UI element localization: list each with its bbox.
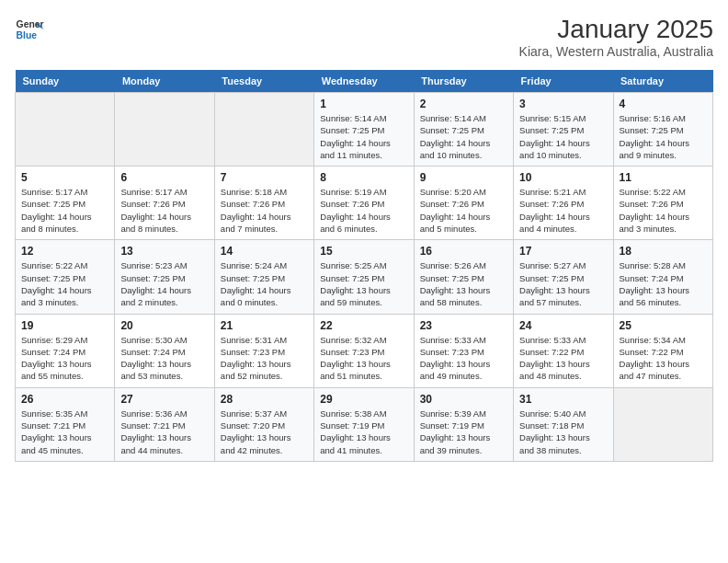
calendar-body: 1Sunrise: 5:14 AMSunset: 7:25 PMDaylight… (16, 93, 713, 462)
day-number: 30 (420, 393, 507, 406)
svg-text:Blue: Blue (17, 30, 38, 40)
day-number: 16 (420, 245, 507, 258)
day-info: Sunrise: 5:20 AMSunset: 7:26 PMDaylight:… (420, 186, 507, 235)
day-info: Sunrise: 5:28 AMSunset: 7:24 PMDaylight:… (620, 259, 707, 308)
day-info: Sunrise: 5:19 AMSunset: 7:26 PMDaylight:… (320, 186, 407, 235)
calendar-cell: 29Sunrise: 5:38 AMSunset: 7:19 PMDayligh… (314, 387, 414, 461)
day-number: 18 (620, 245, 707, 258)
week-row-3: 19Sunrise: 5:29 AMSunset: 7:24 PMDayligh… (16, 314, 713, 387)
calendar-title: January 2025 (519, 15, 713, 44)
calendar-cell: 15Sunrise: 5:25 AMSunset: 7:25 PMDayligh… (314, 240, 414, 314)
logo-icon: General Blue (15, 15, 44, 44)
calendar-cell: 27Sunrise: 5:36 AMSunset: 7:21 PMDayligh… (115, 387, 214, 461)
day-number: 5 (21, 171, 108, 184)
logo: General Blue (15, 15, 44, 44)
calendar-cell: 4Sunrise: 5:16 AMSunset: 7:25 PMDaylight… (613, 93, 712, 167)
day-info: Sunrise: 5:17 AMSunset: 7:26 PMDaylight:… (120, 186, 208, 235)
calendar-cell (115, 93, 214, 167)
calendar-cell: 3Sunrise: 5:15 AMSunset: 7:25 PMDaylight… (514, 93, 613, 167)
day-info: Sunrise: 5:24 AMSunset: 7:25 PMDaylight:… (221, 259, 308, 308)
day-info: Sunrise: 5:40 AMSunset: 7:18 PMDaylight:… (519, 408, 607, 456)
day-info: Sunrise: 5:37 AMSunset: 7:20 PMDaylight:… (221, 408, 308, 456)
calendar-cell: 16Sunrise: 5:26 AMSunset: 7:25 PMDayligh… (414, 240, 513, 314)
calendar-cell: 7Sunrise: 5:18 AMSunset: 7:26 PMDaylight… (214, 167, 313, 240)
calendar-cell: 9Sunrise: 5:20 AMSunset: 7:26 PMDaylight… (414, 167, 513, 240)
day-number: 28 (221, 393, 308, 406)
day-info: Sunrise: 5:27 AMSunset: 7:25 PMDaylight:… (519, 259, 607, 308)
calendar-cell: 19Sunrise: 5:29 AMSunset: 7:24 PMDayligh… (16, 314, 115, 387)
day-number: 31 (519, 393, 607, 406)
day-number: 15 (320, 245, 407, 258)
day-info: Sunrise: 5:23 AMSunset: 7:25 PMDaylight:… (120, 259, 208, 308)
svg-text:General: General (17, 19, 44, 29)
day-info: Sunrise: 5:22 AMSunset: 7:26 PMDaylight:… (620, 186, 707, 235)
day-header-sunday: Sunday (16, 70, 115, 93)
calendar-cell: 26Sunrise: 5:35 AMSunset: 7:21 PMDayligh… (16, 387, 115, 461)
day-info: Sunrise: 5:22 AMSunset: 7:25 PMDaylight:… (21, 259, 108, 308)
day-number: 20 (120, 319, 208, 332)
day-info: Sunrise: 5:14 AMSunset: 7:25 PMDaylight:… (320, 112, 407, 161)
page-header: General Blue January 2025 Kiara, Western… (15, 15, 713, 59)
calendar-cell: 12Sunrise: 5:22 AMSunset: 7:25 PMDayligh… (16, 240, 115, 314)
week-row-4: 26Sunrise: 5:35 AMSunset: 7:21 PMDayligh… (16, 387, 713, 461)
calendar-cell: 1Sunrise: 5:14 AMSunset: 7:25 PMDaylight… (314, 93, 414, 167)
week-row-1: 5Sunrise: 5:17 AMSunset: 7:25 PMDaylight… (16, 167, 713, 240)
day-number: 3 (519, 98, 607, 110)
day-info: Sunrise: 5:15 AMSunset: 7:25 PMDaylight:… (519, 112, 607, 161)
day-info: Sunrise: 5:14 AMSunset: 7:25 PMDaylight:… (420, 112, 507, 161)
day-number: 2 (420, 98, 507, 110)
calendar-cell: 6Sunrise: 5:17 AMSunset: 7:26 PMDaylight… (115, 167, 214, 240)
day-number: 9 (420, 171, 507, 184)
day-info: Sunrise: 5:36 AMSunset: 7:21 PMDaylight:… (120, 408, 208, 456)
day-header-monday: Monday (115, 70, 214, 93)
day-header-tuesday: Tuesday (214, 70, 313, 93)
day-number: 10 (519, 171, 607, 184)
day-number: 29 (320, 393, 407, 406)
day-number: 24 (519, 319, 607, 332)
day-header-thursday: Thursday (414, 70, 513, 93)
day-header-friday: Friday (514, 70, 613, 93)
calendar-header: SundayMondayTuesdayWednesdayThursdayFrid… (16, 70, 713, 93)
day-number: 25 (620, 319, 707, 332)
calendar-cell: 20Sunrise: 5:30 AMSunset: 7:24 PMDayligh… (115, 314, 214, 387)
day-number: 17 (519, 245, 607, 258)
day-number: 8 (320, 171, 407, 184)
day-info: Sunrise: 5:25 AMSunset: 7:25 PMDaylight:… (320, 259, 407, 308)
calendar-cell: 5Sunrise: 5:17 AMSunset: 7:25 PMDaylight… (16, 167, 115, 240)
title-block: January 2025 Kiara, Western Australia, A… (519, 15, 713, 59)
day-number: 27 (120, 393, 208, 406)
calendar-cell: 10Sunrise: 5:21 AMSunset: 7:26 PMDayligh… (514, 167, 613, 240)
calendar-cell (16, 93, 115, 167)
day-info: Sunrise: 5:32 AMSunset: 7:23 PMDaylight:… (320, 334, 407, 383)
day-number: 19 (21, 319, 108, 332)
week-row-2: 12Sunrise: 5:22 AMSunset: 7:25 PMDayligh… (16, 240, 713, 314)
day-number: 11 (620, 171, 707, 184)
day-info: Sunrise: 5:30 AMSunset: 7:24 PMDaylight:… (120, 334, 208, 383)
calendar-cell: 25Sunrise: 5:34 AMSunset: 7:22 PMDayligh… (613, 314, 712, 387)
calendar-cell (613, 387, 712, 461)
day-header-row: SundayMondayTuesdayWednesdayThursdayFrid… (16, 70, 713, 93)
day-info: Sunrise: 5:33 AMSunset: 7:23 PMDaylight:… (420, 334, 507, 383)
calendar-cell: 11Sunrise: 5:22 AMSunset: 7:26 PMDayligh… (613, 167, 712, 240)
day-number: 14 (221, 245, 308, 258)
day-info: Sunrise: 5:38 AMSunset: 7:19 PMDaylight:… (320, 408, 407, 456)
calendar-cell: 18Sunrise: 5:28 AMSunset: 7:24 PMDayligh… (613, 240, 712, 314)
calendar-cell: 21Sunrise: 5:31 AMSunset: 7:23 PMDayligh… (214, 314, 313, 387)
day-info: Sunrise: 5:29 AMSunset: 7:24 PMDaylight:… (21, 334, 108, 383)
day-number: 23 (420, 319, 507, 332)
day-info: Sunrise: 5:21 AMSunset: 7:26 PMDaylight:… (519, 186, 607, 235)
day-info: Sunrise: 5:17 AMSunset: 7:25 PMDaylight:… (21, 186, 108, 235)
day-number: 22 (320, 319, 407, 332)
day-info: Sunrise: 5:39 AMSunset: 7:19 PMDaylight:… (420, 408, 507, 456)
calendar-cell: 2Sunrise: 5:14 AMSunset: 7:25 PMDaylight… (414, 93, 513, 167)
calendar-cell: 14Sunrise: 5:24 AMSunset: 7:25 PMDayligh… (214, 240, 313, 314)
calendar-cell: 8Sunrise: 5:19 AMSunset: 7:26 PMDaylight… (314, 167, 414, 240)
calendar-table: SundayMondayTuesdayWednesdayThursdayFrid… (15, 70, 713, 462)
day-header-saturday: Saturday (613, 70, 712, 93)
week-row-0: 1Sunrise: 5:14 AMSunset: 7:25 PMDaylight… (16, 93, 713, 167)
day-number: 26 (21, 393, 108, 406)
day-number: 1 (320, 98, 407, 110)
calendar-cell (214, 93, 313, 167)
day-number: 7 (221, 171, 308, 184)
day-number: 21 (221, 319, 308, 332)
